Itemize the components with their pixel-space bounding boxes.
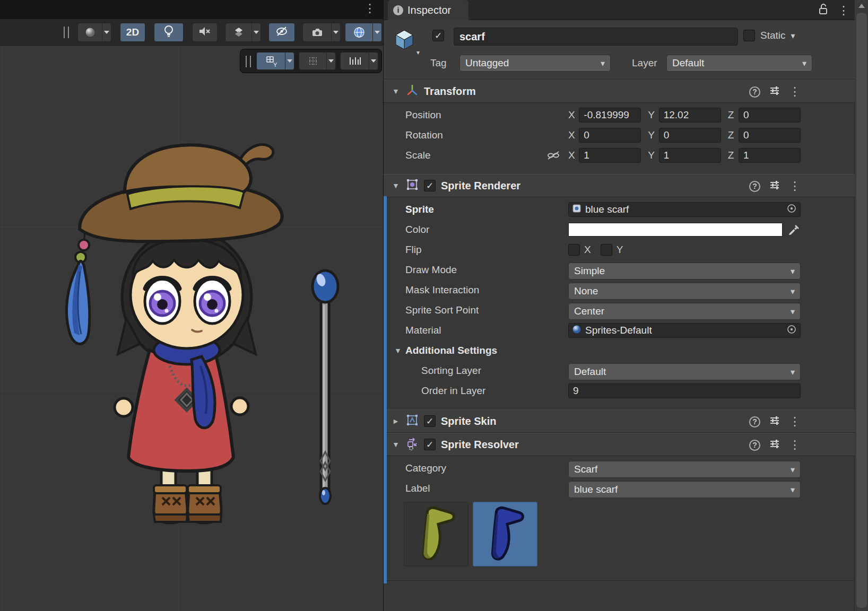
2d-toggle-button[interactable]: 2D <box>120 23 145 42</box>
object-picker-icon[interactable] <box>786 203 797 216</box>
label-dropdown[interactable]: blue scarf ▾ <box>568 481 801 498</box>
sprite-renderer-header[interactable]: ▼ ✓ Sprite Renderer ? ⋮ <box>384 174 855 197</box>
draw-mode-dropdown[interactable]: Simple ▾ <box>568 263 801 280</box>
component-menu-icon[interactable]: ⋮ <box>789 180 801 192</box>
static-checkbox[interactable] <box>743 30 755 41</box>
mask-interaction-value: None <box>574 285 598 297</box>
lighting-toggle-button[interactable] <box>154 23 184 42</box>
scale-y-field[interactable] <box>659 148 721 163</box>
sprite-object-field[interactable]: blue scarf <box>568 202 801 217</box>
material-sphere-icon <box>572 325 581 337</box>
chevron-down-icon[interactable] <box>326 53 335 69</box>
help-icon[interactable]: ? <box>749 440 760 451</box>
sprite-thumb-yellow-scarf[interactable] <box>404 502 468 566</box>
chevron-down-icon[interactable] <box>102 23 111 41</box>
foldout-open-icon[interactable]: ▼ <box>392 440 401 449</box>
component-menu-icon[interactable]: ⋮ <box>789 439 801 451</box>
scene-canvas[interactable] <box>0 0 383 611</box>
grid-toolbar-handle[interactable] <box>246 56 251 67</box>
layer-dropdown[interactable]: Default ▾ <box>666 55 812 72</box>
sprite-renderer-enabled-checkbox[interactable]: ✓ <box>424 180 436 191</box>
presets-icon[interactable] <box>769 439 780 452</box>
position-z-field[interactable] <box>739 108 801 123</box>
material-object-field[interactable]: Sprites-Default <box>568 323 801 338</box>
scroll-thumb[interactable] <box>856 13 867 608</box>
position-x-field[interactable] <box>579 108 641 123</box>
component-menu-icon[interactable]: ⋮ <box>789 86 801 98</box>
lock-icon[interactable] <box>818 3 828 18</box>
foldout-open-icon[interactable]: ▼ <box>394 346 403 355</box>
chevron-down-icon[interactable] <box>251 23 261 41</box>
object-picker-icon[interactable] <box>786 324 797 337</box>
color-swatch[interactable] <box>568 223 783 237</box>
audio-toggle-button[interactable] <box>192 23 218 42</box>
flip-x-checkbox[interactable] <box>568 244 580 256</box>
mask-interaction-dropdown[interactable]: None ▾ <box>568 283 801 300</box>
sprite-renderer-body: Sprite blue scarf <box>384 197 855 405</box>
foldout-closed-icon[interactable]: ► <box>392 417 401 425</box>
help-icon[interactable]: ? <box>749 86 760 98</box>
sort-point-dropdown[interactable]: Center ▾ <box>568 303 801 320</box>
gameobject-name-input[interactable] <box>454 28 738 46</box>
character-sprite[interactable] <box>66 144 282 523</box>
chevron-down-icon[interactable] <box>369 53 378 69</box>
staff-sprite[interactable] <box>313 270 338 504</box>
sprite-thumb-blue-scarf[interactable] <box>473 502 537 566</box>
chevron-down-icon[interactable] <box>331 23 340 41</box>
transform-header[interactable]: ▼ Transform ? ⋮ <box>384 80 855 103</box>
snap-increment-button[interactable] <box>340 52 378 70</box>
rotation-z-field[interactable] <box>739 128 801 143</box>
visibility-toggle-button[interactable] <box>268 23 295 42</box>
grid-axis-button[interactable]: Y <box>256 52 294 70</box>
toolbar-drag-handle[interactable] <box>64 27 69 38</box>
tag-dropdown[interactable]: Untagged ▾ <box>459 55 611 72</box>
unlink-scale-icon[interactable] <box>547 151 560 162</box>
sorting-layer-dropdown[interactable]: Default ▾ <box>568 363 801 380</box>
info-icon: i <box>393 5 403 15</box>
grid-snap-button[interactable] <box>299 52 336 70</box>
material-label: Material <box>405 325 441 336</box>
scroll-up-arrow[interactable] <box>858 4 865 8</box>
order-in-layer-field[interactable] <box>568 383 801 398</box>
chevron-down-icon: ▾ <box>791 286 795 296</box>
foldout-open-icon[interactable]: ▼ <box>392 181 401 190</box>
sprite-skin-header[interactable]: ► ✓ Sprite Skin ? ⋮ <box>384 409 855 433</box>
presets-icon[interactable] <box>769 180 780 193</box>
scale-z-field[interactable] <box>739 148 801 163</box>
help-icon[interactable]: ? <box>749 416 760 427</box>
presets-icon[interactable] <box>769 85 780 99</box>
flip-y-checkbox[interactable] <box>601 244 612 256</box>
camera-button[interactable] <box>302 23 341 42</box>
additional-settings-row[interactable]: ▼ Additional Settings <box>384 341 855 361</box>
scale-x-field[interactable] <box>579 148 641 163</box>
shaded-sphere-icon <box>78 23 102 41</box>
static-dropdown-icon[interactable]: ▾ <box>791 31 795 41</box>
inspector-menu-icon[interactable]: ⋮ <box>838 5 849 16</box>
sprite-skin-enabled-checkbox[interactable]: ✓ <box>424 415 436 427</box>
foldout-open-icon[interactable]: ▼ <box>392 87 401 95</box>
grid-icon <box>299 53 326 69</box>
draw-mode-button[interactable] <box>77 23 111 42</box>
rotation-x-field[interactable] <box>579 128 641 143</box>
eyedropper-icon[interactable] <box>787 223 800 239</box>
scene-view[interactable]: ⋮ 2D <box>0 0 383 611</box>
tab-inspector[interactable]: i Inspector <box>388 0 468 20</box>
scene-menu-icon[interactable]: ⋮ <box>364 3 376 14</box>
chevron-down-icon[interactable] <box>372 23 381 41</box>
category-dropdown[interactable]: Scarf ▾ <box>568 461 801 478</box>
chevron-down-icon[interactable] <box>285 53 294 69</box>
inspector-scrollbar[interactable] <box>854 0 868 611</box>
effects-button[interactable] <box>225 23 261 42</box>
rotation-y-field[interactable] <box>659 128 721 143</box>
gameobject-cube-icon[interactable]: ▾ <box>392 28 416 55</box>
help-icon[interactable]: ? <box>749 181 760 192</box>
axis-z-label: Z <box>728 109 739 121</box>
gameobject-enabled-checkbox[interactable]: ✓ <box>432 30 444 41</box>
presets-icon[interactable] <box>769 415 780 429</box>
component-menu-icon[interactable]: ⋮ <box>789 416 801 427</box>
position-y-field[interactable] <box>659 108 721 123</box>
sprite-resolver-enabled-checkbox[interactable]: ✓ <box>424 439 436 450</box>
gizmos-button[interactable] <box>345 23 382 42</box>
sprite-resolver-header[interactable]: ▼ ✓ Sprite Resolver ? ⋮ <box>384 433 855 456</box>
scale-label: Scale <box>405 150 431 161</box>
